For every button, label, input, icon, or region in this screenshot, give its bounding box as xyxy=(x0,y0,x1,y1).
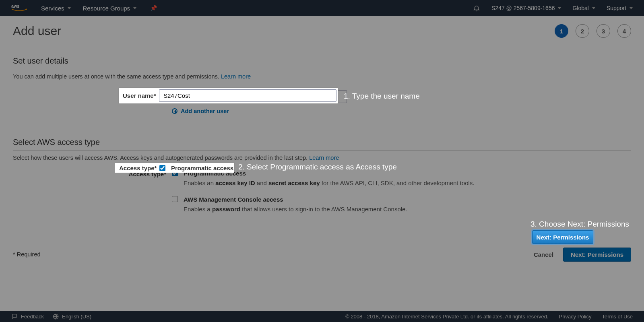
username-input-spot[interactable] xyxy=(159,89,336,102)
step-4[interactable]: 4 xyxy=(617,24,631,38)
learn-more-link-2[interactable]: Learn more xyxy=(309,155,339,161)
nav-services[interactable]: Services xyxy=(41,5,71,12)
section-access-type-heading: Select AWS access type xyxy=(13,138,631,151)
section-user-details-heading: Set user details xyxy=(13,56,631,69)
cancel-button[interactable]: Cancel xyxy=(534,251,553,258)
notifications-icon[interactable] xyxy=(473,4,480,12)
spotlight-username: User name* xyxy=(119,88,338,103)
callout-2: 2. Select Programmatic access as Access … xyxy=(238,163,397,171)
section-access-type-subtext: Select how these users will access AWS. … xyxy=(13,155,631,161)
svg-text:aws: aws xyxy=(11,4,19,8)
nav-support[interactable]: Support xyxy=(607,5,633,11)
footer-bar: Feedback English (US) © 2008 - 2018, Ama… xyxy=(0,311,644,322)
footer-copyright: © 2008 - 2018, Amazon Internet Services … xyxy=(345,314,548,320)
nav-resource-groups[interactable]: Resource Groups xyxy=(83,5,137,12)
page-title: Add user xyxy=(13,24,61,38)
next-permissions-button[interactable]: Next: Permissions xyxy=(563,248,631,262)
callout-1: 1. Type the user name xyxy=(344,92,420,101)
chevron-down-icon xyxy=(592,7,595,9)
top-nav: aws Services Resource Groups 📌 S247 @ 25… xyxy=(0,0,644,16)
nav-account[interactable]: S247 @ 2567-5809-1656 xyxy=(491,5,561,11)
chevron-down-icon xyxy=(133,7,136,9)
privacy-policy-link[interactable]: Privacy Policy xyxy=(559,314,592,320)
console-access-desc: Enables a password that allows users to … xyxy=(184,205,407,213)
feedback-link[interactable]: Feedback xyxy=(11,314,44,320)
step-2[interactable]: 2 xyxy=(576,24,589,38)
terms-of-use-link[interactable]: Terms of Use xyxy=(602,314,633,320)
programmatic-access-checkbox-spot[interactable] xyxy=(159,165,165,171)
main-content: Add user 1 2 3 4 Set user details You ca… xyxy=(0,16,644,304)
step-indicator: 1 2 3 4 xyxy=(555,24,631,38)
chevron-down-icon xyxy=(558,7,561,9)
plus-circle-icon xyxy=(172,108,178,114)
chevron-down-icon xyxy=(68,7,71,9)
spotlight-access-type: Access type* Programmatic access xyxy=(115,163,234,173)
console-access-checkbox[interactable] xyxy=(172,196,178,202)
learn-more-link[interactable]: Learn more xyxy=(221,73,251,80)
nav-region[interactable]: Global xyxy=(572,5,595,11)
console-access-title: AWS Management Console access xyxy=(184,196,407,203)
pin-icon[interactable]: 📌 xyxy=(150,5,157,11)
language-selector[interactable]: English (US) xyxy=(53,314,91,320)
programmatic-access-desc: Enables an access key ID and secret acce… xyxy=(184,179,631,187)
callout-3: 3. Choose Next: Permissions xyxy=(530,220,629,229)
section-user-details-subtext: You can add multiple users at once with … xyxy=(13,73,631,80)
spotlight-next-button[interactable]: Next: Permissions xyxy=(532,230,593,244)
add-another-user-link[interactable]: Add another user xyxy=(172,108,229,114)
chevron-down-icon xyxy=(630,7,633,9)
step-1[interactable]: 1 xyxy=(555,24,568,38)
aws-logo[interactable]: aws xyxy=(11,3,27,13)
required-note: * Required xyxy=(13,251,41,258)
step-3[interactable]: 3 xyxy=(597,24,610,38)
